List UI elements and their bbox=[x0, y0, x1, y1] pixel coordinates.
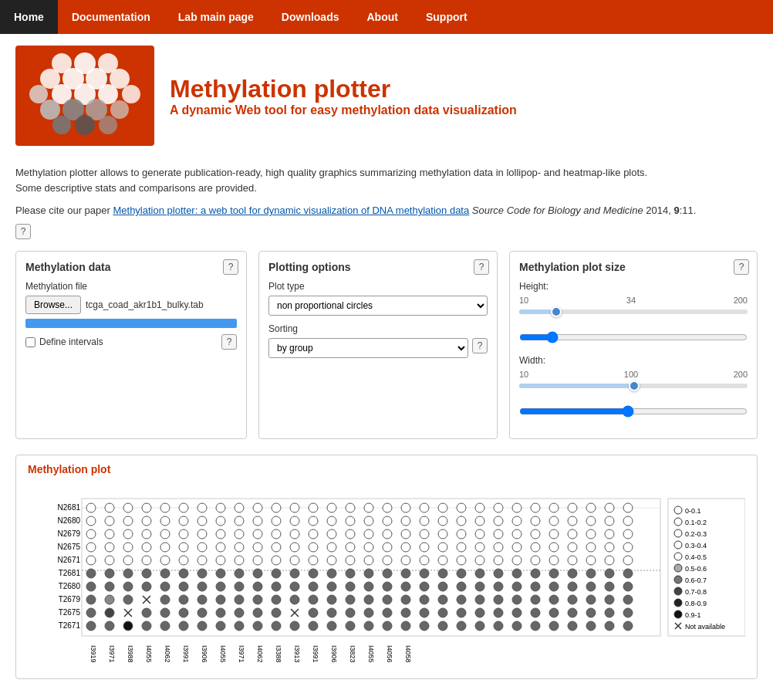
sorting-select[interactable]: by group by methylation none bbox=[268, 338, 468, 358]
svg-point-29 bbox=[216, 503, 225, 512]
svg-point-189 bbox=[401, 569, 410, 578]
nav-documentation[interactable]: Documentation bbox=[58, 0, 164, 34]
svg-point-274 bbox=[272, 608, 281, 617]
col-label-3: I4055 bbox=[145, 645, 153, 663]
svg-point-74 bbox=[494, 516, 503, 526]
svg-point-283 bbox=[420, 608, 429, 617]
svg-point-161 bbox=[438, 556, 447, 565]
height-slider-input[interactable] bbox=[519, 331, 748, 343]
col-label-0: I3919 bbox=[89, 645, 97, 663]
svg-point-203 bbox=[105, 582, 114, 591]
svg-point-81 bbox=[623, 516, 633, 526]
svg-point-219 bbox=[401, 582, 410, 591]
svg-point-245 bbox=[309, 595, 318, 604]
svg-point-324 bbox=[623, 621, 633, 631]
svg-point-50 bbox=[605, 503, 614, 512]
width-slider-labels: 10 100 200 bbox=[519, 370, 748, 379]
svg-point-318 bbox=[512, 621, 522, 631]
nav-about[interactable]: About bbox=[353, 0, 412, 34]
plotting-panel-help[interactable]: ? bbox=[474, 259, 489, 275]
svg-point-120 bbox=[235, 543, 244, 552]
col-label-8: I3971 bbox=[238, 645, 245, 663]
chart-wrapper: .row-label { font-size: 11px; text-ancho… bbox=[28, 483, 745, 671]
svg-point-90 bbox=[235, 529, 244, 539]
size-panel-help[interactable]: ? bbox=[734, 259, 749, 275]
panels-container: Methylation data ? Methylation file Brow… bbox=[15, 251, 758, 439]
svg-point-76 bbox=[531, 516, 540, 526]
svg-point-241 bbox=[235, 595, 244, 604]
svg-point-221 bbox=[438, 582, 447, 591]
citation-link[interactable]: Methylation plotter: a web tool for dyna… bbox=[113, 205, 469, 216]
svg-point-111 bbox=[623, 529, 633, 539]
svg-point-228 bbox=[568, 582, 577, 591]
svg-point-113 bbox=[105, 543, 114, 552]
browse-button[interactable]: Browse... bbox=[25, 296, 81, 314]
nav-lab[interactable]: Lab main page bbox=[164, 0, 268, 34]
svg-point-103 bbox=[475, 529, 484, 539]
citation-text: Please cite our paper Methylation plotte… bbox=[15, 205, 758, 216]
navigation: Home Documentation Lab main page Downloa… bbox=[0, 0, 773, 34]
svg-point-124 bbox=[309, 543, 318, 552]
svg-point-51 bbox=[623, 503, 633, 512]
define-intervals-checkbox[interactable] bbox=[25, 337, 35, 347]
svg-point-145 bbox=[142, 556, 151, 565]
plot-size-panel: Methylation plot size ? Height: 10 34 20… bbox=[509, 251, 758, 439]
svg-point-116 bbox=[160, 543, 170, 552]
svg-point-258 bbox=[549, 595, 559, 604]
define-intervals-help[interactable]: ? bbox=[221, 334, 237, 350]
svg-point-308 bbox=[327, 621, 336, 631]
svg-point-25 bbox=[142, 503, 151, 512]
description-text: Methylation plotter allows to generate p… bbox=[15, 165, 758, 195]
svg-point-97 bbox=[364, 529, 373, 539]
nav-support[interactable]: Support bbox=[412, 0, 481, 34]
svg-point-114 bbox=[123, 543, 133, 552]
sorting-help[interactable]: ? bbox=[472, 338, 488, 353]
svg-point-229 bbox=[586, 582, 596, 591]
svg-point-115 bbox=[142, 543, 151, 552]
svg-point-222 bbox=[457, 582, 466, 591]
svg-point-112 bbox=[86, 543, 96, 552]
svg-point-150 bbox=[235, 556, 244, 565]
col-label-14: I3823 bbox=[349, 645, 356, 663]
svg-point-78 bbox=[568, 516, 577, 526]
svg-point-45 bbox=[512, 503, 522, 512]
svg-point-197 bbox=[549, 569, 559, 578]
col-label-16: I4056 bbox=[386, 645, 393, 663]
size-panel-title: Methylation plot size bbox=[519, 261, 748, 273]
legend-label-6: 0.6-0.7 bbox=[685, 577, 707, 584]
svg-point-77 bbox=[549, 516, 559, 526]
legend-na-label: Not available bbox=[685, 623, 725, 631]
legend-circle-2 bbox=[674, 529, 682, 537]
row-label-t2675: T2675 bbox=[59, 608, 81, 617]
svg-point-230 bbox=[605, 582, 614, 591]
svg-point-176 bbox=[160, 569, 170, 578]
svg-point-31 bbox=[253, 503, 262, 512]
svg-point-220 bbox=[420, 582, 429, 591]
svg-point-149 bbox=[216, 556, 225, 565]
col-label-13: I3906 bbox=[330, 645, 338, 663]
svg-point-305 bbox=[272, 621, 281, 631]
svg-point-163 bbox=[475, 556, 484, 565]
height-label: Height: bbox=[519, 281, 748, 292]
app-subtitle: A dynamic Web tool for easy methylation … bbox=[170, 103, 517, 117]
svg-point-270 bbox=[197, 608, 207, 617]
row-label-n2680: N2680 bbox=[58, 516, 81, 525]
svg-point-167 bbox=[549, 556, 559, 565]
col-label-5: I3991 bbox=[182, 645, 190, 663]
svg-point-101 bbox=[438, 529, 447, 539]
svg-point-300 bbox=[179, 621, 188, 631]
sorting-row: by group by methylation none ? bbox=[268, 338, 488, 358]
plot-title: Methylation plot bbox=[28, 463, 745, 475]
width-slider-container: Width: 10 100 200 bbox=[519, 355, 748, 420]
nav-downloads[interactable]: Downloads bbox=[268, 0, 353, 34]
svg-point-91 bbox=[253, 529, 262, 539]
width-track bbox=[519, 384, 748, 388]
nav-home[interactable]: Home bbox=[0, 0, 58, 34]
svg-point-232 bbox=[86, 595, 96, 604]
svg-point-205 bbox=[142, 582, 151, 591]
help-button-top[interactable]: ? bbox=[15, 224, 31, 239]
methylation-panel-help[interactable]: ? bbox=[223, 259, 238, 275]
svg-point-40 bbox=[420, 503, 429, 512]
plot-type-select[interactable]: non proportional circles proportional ci… bbox=[268, 296, 488, 316]
width-slider-input[interactable] bbox=[519, 405, 748, 418]
